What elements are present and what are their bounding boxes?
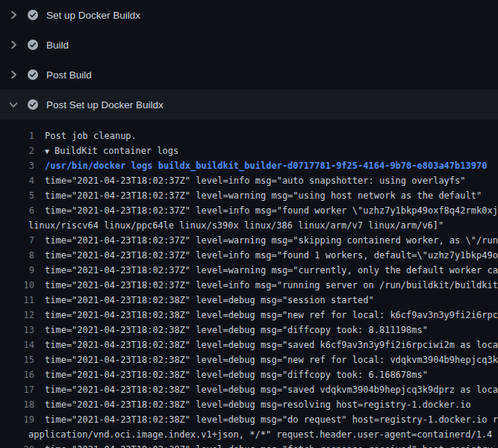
log-line: 7 time="2021-04-23T18:02:37Z" level=warn… <box>0 233 498 248</box>
chevron-icon <box>7 99 19 111</box>
step-header-post-set-up-docker-buildx[interactable]: Post Set up Docker Buildx <box>0 90 498 119</box>
log-line: 15 time="2021-04-23T18:02:38Z" level=deb… <box>0 352 498 367</box>
log-text: application/vnd.oci.image.index.v1+json,… <box>28 427 492 442</box>
step-header-set-up-docker-buildx[interactable]: Set up Docker Buildx <box>0 0 498 30</box>
group-toggle-icon[interactable]: ▼ <box>45 147 49 155</box>
log-line: 8 time="2021-04-23T18:02:37Z" level=info… <box>0 248 498 263</box>
log-line: 3 /usr/bin/docker logs buildx_buildkit_b… <box>0 158 498 173</box>
line-number[interactable]: 9 <box>0 263 34 278</box>
log-text: time="2021-04-23T18:02:38Z" level=debug … <box>45 337 498 352</box>
log-text: time="2021-04-23T18:02:37Z" level=info m… <box>45 173 466 188</box>
log-text: time="2021-04-23T18:02:37Z" level=warnin… <box>45 188 482 203</box>
log-text: time="2021-04-23T18:02:37Z" level=warnin… <box>45 263 498 278</box>
chevron-icon <box>7 9 19 21</box>
step-label: Post Build <box>46 69 92 81</box>
line-number[interactable]: 12 <box>0 308 34 323</box>
log-line: 9 time="2021-04-23T18:02:37Z" level=warn… <box>0 263 498 278</box>
line-number[interactable]: 16 <box>0 367 34 382</box>
line-number[interactable]: 1 <box>0 128 34 143</box>
log-text: time="2021-04-23T18:02:38Z" level=debug … <box>45 397 471 412</box>
log-text: time="2021-04-23T18:02:38Z" level=debug … <box>45 442 493 448</box>
chevron-icon <box>7 39 19 51</box>
line-number[interactable]: 4 <box>0 173 34 188</box>
line-number[interactable]: 18 <box>0 397 34 412</box>
line-number[interactable]: 10 <box>0 278 34 293</box>
line-number[interactable]: 5 <box>0 188 34 203</box>
log-line: 19 time="2021-04-23T18:02:38Z" level=deb… <box>0 412 498 427</box>
log-text: time="2021-04-23T18:02:37Z" level=info m… <box>45 203 498 218</box>
step-header-post-build[interactable]: Post Build <box>0 60 498 90</box>
line-number[interactable]: 6 <box>0 203 34 218</box>
line-number <box>0 427 18 442</box>
log-text: /usr/bin/docker logs buildx_buildkit_bui… <box>45 158 487 173</box>
step-list: Set up Docker Buildx Build Post Buil <box>0 0 498 119</box>
line-number[interactable]: 17 <box>0 382 34 397</box>
log-text: time="2021-04-23T18:02:38Z" level=debug … <box>45 412 498 427</box>
step-label: Set up Docker Buildx <box>46 10 140 21</box>
log-text: linux/riscv64 linux/ppc64le linux/s390x … <box>28 218 443 233</box>
log-text: time="2021-04-23T18:02:38Z" level=debug … <box>45 308 498 323</box>
log-line: 2 ▼BuildKit container logs <box>0 143 498 158</box>
log-line: 12 time="2021-04-23T18:02:38Z" level=deb… <box>0 308 498 323</box>
log-line: 13 time="2021-04-23T18:02:38Z" level=deb… <box>0 323 498 337</box>
log-text: time="2021-04-23T18:02:38Z" level=debug … <box>45 293 374 308</box>
log-text: time="2021-04-23T18:02:38Z" level=debug … <box>45 382 498 397</box>
line-number[interactable]: 8 <box>0 248 34 263</box>
log-text[interactable]: ▼BuildKit container logs <box>45 143 178 158</box>
check-circle-icon <box>27 9 39 21</box>
line-number[interactable]: 14 <box>0 337 34 352</box>
log-line: 4 time="2021-04-23T18:02:37Z" level=info… <box>0 173 498 188</box>
step-label: Post Set up Docker Buildx <box>46 99 164 111</box>
check-circle-icon <box>27 69 39 81</box>
check-circle-icon <box>27 99 39 111</box>
log-line: 11 time="2021-04-23T18:02:38Z" level=deb… <box>0 293 498 308</box>
log-text: time="2021-04-23T18:02:38Z" level=debug … <box>45 352 498 367</box>
actions-log-viewer: Set up Docker Buildx Build Post Buil <box>0 0 498 448</box>
line-number <box>0 218 18 233</box>
log-text: time="2021-04-23T18:02:38Z" level=debug … <box>45 323 428 337</box>
check-circle-icon <box>27 39 39 51</box>
log-text: time="2021-04-23T18:02:37Z" level=info m… <box>45 248 498 263</box>
log-body[interactable]: 1 Post job cleanup. 2 ▼BuildKit containe… <box>0 119 498 448</box>
line-number[interactable]: 3 <box>0 158 34 173</box>
line-number[interactable]: 19 <box>0 412 34 427</box>
log-line: 17 time="2021-04-23T18:02:38Z" level=deb… <box>0 382 498 397</box>
log-text: Post job cleanup. <box>45 128 137 143</box>
line-number[interactable]: 15 <box>0 352 34 367</box>
line-number[interactable]: 2 <box>0 143 34 158</box>
log-text: time="2021-04-23T18:02:37Z" level=warnin… <box>45 233 498 248</box>
log-text: time="2021-04-23T18:02:38Z" level=debug … <box>45 367 428 382</box>
chevron-icon <box>7 69 19 81</box>
line-number[interactable]: 11 <box>0 293 34 308</box>
line-number[interactable]: 13 <box>0 323 34 337</box>
log-line: 14 time="2021-04-23T18:02:38Z" level=deb… <box>0 337 498 352</box>
line-number[interactable]: 7 <box>0 233 34 248</box>
step-label: Build <box>46 40 69 51</box>
line-number[interactable]: 20 <box>0 442 34 448</box>
log-line: 6 time="2021-04-23T18:02:37Z" level=info… <box>0 203 498 218</box>
log-line: 16 time="2021-04-23T18:02:38Z" level=deb… <box>0 367 498 382</box>
step-header-build[interactable]: Build <box>0 30 498 60</box>
log-line: linux/riscv64 linux/ppc64le linux/s390x … <box>0 218 498 233</box>
log-line: 18 time="2021-04-23T18:02:38Z" level=deb… <box>0 397 498 412</box>
log-text: time="2021-04-23T18:02:37Z" level=info m… <box>45 278 498 293</box>
log-line: 20 time="2021-04-23T18:02:38Z" level=deb… <box>0 442 498 448</box>
log-line: 5 time="2021-04-23T18:02:37Z" level=warn… <box>0 188 498 203</box>
log-line: 10 time="2021-04-23T18:02:37Z" level=inf… <box>0 278 498 293</box>
log-line: 1 Post job cleanup. <box>0 128 498 143</box>
log-line: application/vnd.oci.image.index.v1+json,… <box>0 427 498 442</box>
